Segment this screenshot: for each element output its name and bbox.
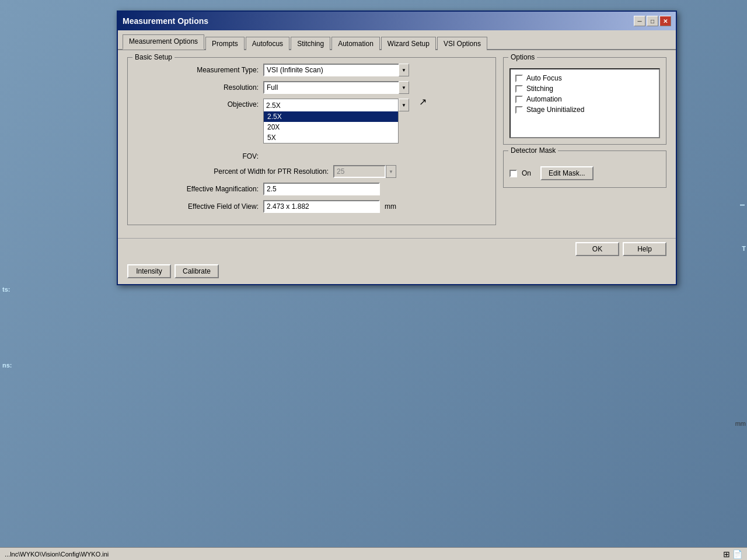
detector-mask-group: Detector Mask On Edit Mask... <box>503 150 666 188</box>
right-label-2: T <box>742 245 746 252</box>
percent-ptr-control: ▼ <box>333 165 488 178</box>
dialog-action-bar: OK Help <box>118 238 676 260</box>
measurement-type-control: VSI (Infinite Scan) ▼ <box>263 64 488 76</box>
side-label-ts: ts: <box>2 286 10 293</box>
percent-ptr-label: Percent of Width for PTR Resolution: <box>135 167 333 176</box>
resolution-label: Resolution: <box>135 83 263 92</box>
resolution-select[interactable]: Full <box>263 81 409 94</box>
percent-ptr-row: Percent of Width for PTR Resolution: ▼ <box>135 165 488 178</box>
title-bar-buttons: ─ □ ✕ <box>634 16 671 26</box>
dialog-title: Measurement Options <box>123 16 208 26</box>
automation-checkbox[interactable] <box>515 96 523 103</box>
tab-prompts[interactable]: Prompts <box>205 37 245 50</box>
stitching-row: Stitching <box>515 85 654 93</box>
basic-setup-title: Basic Setup <box>132 53 174 61</box>
options-group: Options Auto Focus Stitching Automati <box>503 57 666 145</box>
measurement-type-select-wrapper: VSI (Infinite Scan) ▼ <box>263 64 409 76</box>
auto-focus-checkbox[interactable] <box>515 75 523 82</box>
minimize-button[interactable]: ─ <box>634 16 645 26</box>
help-button[interactable]: Help <box>623 242 666 256</box>
percent-ptr-input <box>333 165 386 178</box>
resolution-row: Resolution: Full ▼ <box>135 81 488 94</box>
automation-row: Automation <box>515 95 654 103</box>
basic-setup-group: Basic Setup Measurement Type: VSI (Infin… <box>127 57 496 225</box>
dialog-content: Basic Setup Measurement Type: VSI (Infin… <box>118 50 676 238</box>
detector-on-label: On <box>522 169 531 177</box>
tab-autofocus[interactable]: Autofocus <box>246 37 289 50</box>
fov-row: FOV: <box>135 152 488 160</box>
objective-select[interactable]: 2.5X <box>263 99 399 111</box>
tab-vsi-options[interactable]: VSI Options <box>437 37 487 50</box>
detector-on-checkbox[interactable] <box>509 170 517 177</box>
objective-arrow[interactable]: ▼ <box>399 99 409 111</box>
effective-fov-unit: mm <box>385 202 396 211</box>
title-bar: Measurement Options ─ □ ✕ <box>118 12 676 30</box>
effective-magnification-row: Effective Magnification: <box>135 183 488 195</box>
objective-control: 2.5X ▼ 2.5X 20X <box>263 99 488 111</box>
effective-magnification-control <box>263 183 488 195</box>
detector-mask-row: On Edit Mask... <box>509 166 660 180</box>
tab-measurement-options[interactable]: Measurement Options <box>123 34 204 50</box>
stitching-checkbox[interactable] <box>515 85 523 93</box>
intensity-button[interactable]: Intensity <box>127 264 171 278</box>
resolution-control: Full ▼ <box>263 81 488 94</box>
measurement-type-row: Measurement Type: VSI (Infinite Scan) ▼ <box>135 64 488 76</box>
effective-fov-label: Effective Field of View: <box>135 202 263 211</box>
right-label-1: I <box>739 204 746 206</box>
right-label-mm: mm <box>735 420 746 427</box>
objective-option-20x[interactable]: 20X <box>264 122 398 132</box>
objective-option-5x[interactable]: 5X <box>264 132 398 143</box>
effective-fov-row: Effective Field of View: mm <box>135 200 488 213</box>
tab-automation[interactable]: Automation <box>331 37 380 50</box>
edit-mask-button[interactable]: Edit Mask... <box>540 166 594 180</box>
fov-label: FOV: <box>135 152 263 160</box>
status-icon-1: ⊞ <box>723 550 730 559</box>
file-path: ...lnc\WYKO\Vision\Config\WYKO.ini <box>5 551 109 558</box>
tab-stitching[interactable]: Stitching <box>291 37 330 50</box>
effective-magnification-input[interactable] <box>263 183 380 195</box>
close-button[interactable]: ✕ <box>659 16 671 26</box>
status-bar: ...lnc\WYKO\Vision\Config\WYKO.ini ⊞ 📄 <box>0 547 747 560</box>
resolution-select-wrapper: Full ▼ <box>263 81 409 94</box>
objective-dropdown-open: 2.5X ▼ 2.5X 20X <box>263 99 409 111</box>
measurement-type-label: Measurement Type: <box>135 66 263 74</box>
cursor-indicator: ↗ <box>419 96 427 107</box>
objective-option-2-5x[interactable]: 2.5X <box>264 111 398 122</box>
objective-dropdown-list: 2.5X 20X 5X <box>263 111 399 144</box>
footer-buttons-left: Intensity Calibrate <box>127 264 219 278</box>
tab-bar: Measurement Options Prompts Autofocus St… <box>118 30 676 50</box>
objective-row: Objective: 2.5X ▼ <box>135 99 488 111</box>
maximize-button[interactable]: □ <box>647 16 658 26</box>
tab-wizard-setup[interactable]: Wizard Setup <box>381 37 436 50</box>
auto-focus-label: Auto Focus <box>526 74 562 82</box>
dialog-footer: Intensity Calibrate <box>118 260 676 284</box>
auto-focus-row: Auto Focus <box>515 74 654 82</box>
side-label-ns: ns: <box>2 362 12 369</box>
stitching-label: Stitching <box>526 85 553 93</box>
measurement-options-dialog: Measurement Options ─ □ ✕ Measurement Op… <box>117 10 677 285</box>
objective-label: Objective: <box>135 99 263 108</box>
calibrate-button[interactable]: Calibrate <box>174 264 219 278</box>
stage-uninitialized-label: Stage Uninitialized <box>526 106 584 114</box>
status-icon-2: 📄 <box>732 550 742 559</box>
detector-mask-title: Detector Mask <box>508 146 558 155</box>
effective-magnification-label: Effective Magnification: <box>135 185 263 193</box>
effective-fov-control: mm <box>263 200 488 213</box>
options-title: Options <box>508 53 537 61</box>
status-icons: ⊞ 📄 <box>723 550 742 559</box>
options-list: Auto Focus Stitching Automation Sta <box>509 68 660 138</box>
effective-fov-input[interactable] <box>263 200 380 213</box>
automation-label: Automation <box>526 95 562 103</box>
stage-uninitialized-checkbox[interactable] <box>515 106 523 114</box>
ok-button[interactable]: OK <box>575 242 619 256</box>
stage-uninitialized-row: Stage Uninitialized <box>515 106 654 114</box>
percent-ptr-arrow: ▼ <box>386 165 396 178</box>
measurement-type-select[interactable]: VSI (Infinite Scan) <box>263 64 409 76</box>
